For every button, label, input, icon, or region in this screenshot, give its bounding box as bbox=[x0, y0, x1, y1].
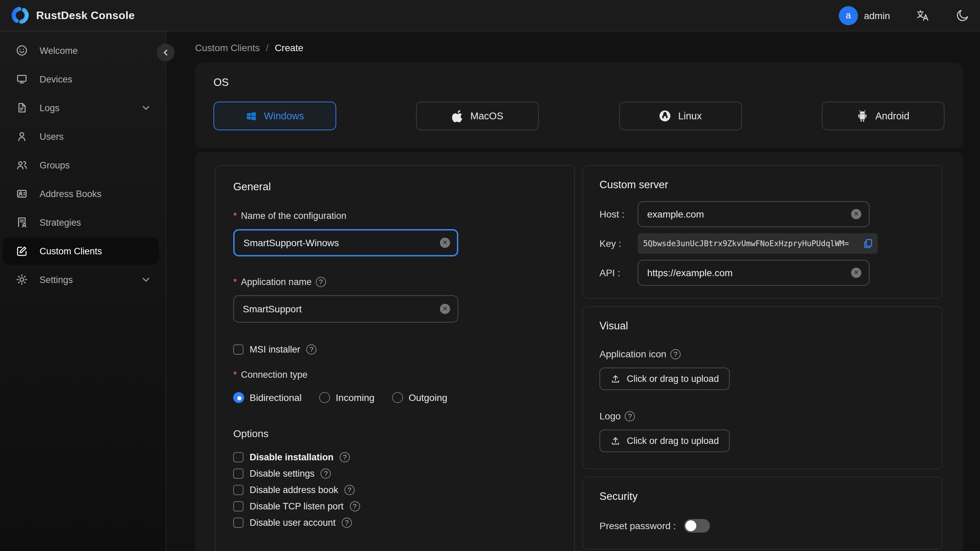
option-disable-address-book: Disable address book ? bbox=[233, 484, 557, 496]
os-button-label: Windows bbox=[264, 110, 304, 121]
chevron-down-icon bbox=[143, 106, 150, 110]
radio-icon bbox=[320, 392, 331, 403]
sidebar-item-welcome[interactable]: Welcome bbox=[3, 37, 159, 64]
breadcrumb: Custom Clients / Create bbox=[195, 42, 963, 53]
disable-address-book-checkbox[interactable] bbox=[233, 485, 243, 495]
clear-icon[interactable]: ✕ bbox=[440, 304, 450, 314]
help-icon[interactable]: ? bbox=[340, 452, 350, 462]
application-name-input[interactable] bbox=[233, 295, 458, 323]
clear-icon[interactable]: ✕ bbox=[440, 238, 450, 248]
sidebar-collapse-button[interactable] bbox=[157, 44, 175, 61]
disable-installation-checkbox[interactable] bbox=[233, 452, 243, 462]
general-card: General * Name of the configuration ✕ * … bbox=[215, 165, 575, 551]
option-disable-settings: Disable settings ? bbox=[233, 468, 557, 479]
option-disable-installation: Disable installation ? bbox=[233, 451, 557, 463]
security-card: Security Preset password : bbox=[582, 477, 942, 549]
msi-installer-checkbox[interactable] bbox=[233, 344, 243, 355]
preset-password-toggle[interactable] bbox=[684, 519, 710, 533]
config-name-input[interactable] bbox=[233, 229, 458, 256]
application-icon-upload-button[interactable]: Click or drag to upload bbox=[600, 368, 730, 390]
help-icon[interactable]: ? bbox=[344, 485, 355, 495]
api-input[interactable] bbox=[638, 260, 870, 286]
host-field: ✕ bbox=[638, 201, 870, 227]
os-button-windows[interactable]: Windows bbox=[213, 102, 336, 130]
disable-user-account-checkbox[interactable] bbox=[233, 518, 243, 528]
visual-card: Visual Application icon ? bbox=[582, 306, 942, 469]
api-label: API : bbox=[600, 267, 638, 278]
sidebar-item-label: Logs bbox=[40, 103, 60, 113]
option-disable-tcp-listen-port: Disable TCP listen port ? bbox=[233, 500, 557, 512]
apple-icon bbox=[452, 110, 463, 123]
application-name-label: * Application name ? bbox=[233, 277, 557, 287]
brand: RustDesk Console bbox=[11, 6, 135, 25]
breadcrumb-parent-link[interactable]: Custom Clients bbox=[195, 42, 260, 53]
help-icon[interactable]: ? bbox=[316, 277, 326, 287]
radio-incoming[interactable]: Incoming bbox=[320, 392, 375, 403]
username[interactable]: admin bbox=[864, 10, 890, 21]
upload-icon bbox=[610, 436, 620, 446]
os-button-macos[interactable]: MacOS bbox=[416, 102, 539, 130]
help-icon[interactable]: ? bbox=[307, 344, 317, 355]
key-field: 5Qbwsde3unUcJBtrx9ZkvUmwFNoExHzpryHuPUdq… bbox=[638, 233, 878, 254]
sidebar-item-label: Settings bbox=[40, 274, 73, 285]
general-title: General bbox=[233, 181, 557, 193]
chevron-down-icon bbox=[143, 277, 150, 282]
android-icon bbox=[857, 110, 869, 123]
copy-icon[interactable] bbox=[863, 238, 873, 249]
monitor-icon bbox=[16, 73, 28, 85]
sidebar-item-users[interactable]: Users bbox=[3, 123, 159, 150]
users-icon bbox=[16, 159, 28, 171]
radio-outgoing[interactable]: Outgoing bbox=[392, 392, 447, 403]
sidebar-item-address-books[interactable]: Address Books bbox=[3, 180, 159, 207]
avatar[interactable]: a bbox=[839, 6, 858, 25]
help-icon[interactable]: ? bbox=[350, 501, 360, 511]
upload-button-label: Click or drag to upload bbox=[627, 374, 719, 384]
logo-label: Logo ? bbox=[600, 411, 926, 422]
os-card-title: OS bbox=[213, 76, 945, 89]
os-card: OS Windows bbox=[195, 63, 963, 148]
clear-icon[interactable]: ✕ bbox=[851, 209, 861, 219]
radio-bidirectional[interactable]: Bidirectional bbox=[233, 392, 302, 403]
config-name-field: ✕ bbox=[233, 229, 458, 256]
key-row: Key : 5Qbwsde3unUcJBtrx9ZkvUmwFNoExHzpry… bbox=[600, 233, 926, 254]
help-icon[interactable]: ? bbox=[342, 518, 352, 528]
options-title: Options bbox=[233, 428, 557, 439]
msi-installer-row: MSI installer ? bbox=[233, 344, 557, 355]
rustdesk-logo-icon bbox=[11, 6, 29, 25]
smiley-icon bbox=[16, 44, 28, 57]
host-input[interactable] bbox=[638, 201, 870, 227]
help-icon[interactable]: ? bbox=[625, 411, 635, 421]
sidebar-item-custom-clients[interactable]: Custom Clients bbox=[3, 237, 159, 264]
api-field: ✕ bbox=[638, 260, 870, 286]
disable-settings-checkbox[interactable] bbox=[233, 468, 243, 479]
sidebar-item-label: Groups bbox=[40, 160, 70, 170]
sidebar-item-groups[interactable]: Groups bbox=[3, 151, 159, 179]
linux-icon bbox=[659, 110, 671, 122]
connection-type-options: Bidirectional Incoming Outgoing bbox=[233, 392, 557, 403]
breadcrumb-current: Create bbox=[275, 42, 304, 53]
sidebar: Welcome Devices bbox=[0, 31, 166, 551]
breadcrumb-separator: / bbox=[266, 42, 269, 53]
logo-upload-button[interactable]: Click or drag to upload bbox=[600, 430, 730, 452]
gear-icon bbox=[16, 274, 28, 286]
sidebar-item-logs[interactable]: Logs bbox=[3, 94, 159, 121]
sidebar-item-settings[interactable]: Settings bbox=[3, 266, 159, 293]
os-button-android[interactable]: Android bbox=[822, 102, 945, 130]
sidebar-item-devices[interactable]: Devices bbox=[3, 65, 159, 93]
rustdesk-console-app: RustDesk Console a admin bbox=[0, 0, 980, 551]
dark-mode-moon-icon[interactable] bbox=[955, 8, 969, 22]
help-icon[interactable]: ? bbox=[670, 349, 681, 359]
os-button-linux[interactable]: Linux bbox=[619, 102, 741, 130]
clear-icon[interactable]: ✕ bbox=[851, 268, 861, 278]
disable-tcp-listen-port-checkbox[interactable] bbox=[233, 501, 243, 511]
os-button-label: Linux bbox=[678, 110, 702, 121]
connection-type-label: * Connection type bbox=[233, 369, 557, 380]
os-button-label: Android bbox=[875, 110, 909, 121]
sidebar-item-label: Users bbox=[40, 131, 64, 142]
visual-title: Visual bbox=[600, 320, 926, 332]
api-row: API : ✕ bbox=[600, 260, 926, 286]
sidebar-item-strategies[interactable]: Strategies bbox=[3, 209, 159, 236]
radio-icon bbox=[233, 392, 244, 403]
help-icon[interactable]: ? bbox=[321, 468, 331, 479]
translate-icon[interactable] bbox=[916, 8, 929, 22]
